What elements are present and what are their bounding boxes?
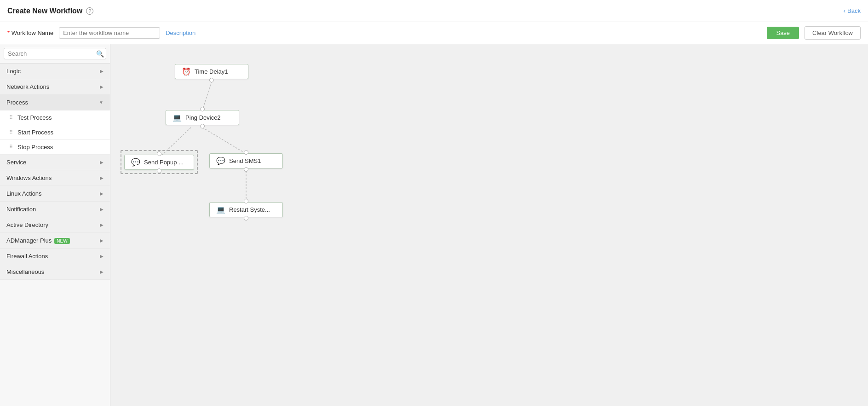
svg-line-1 [161,128,191,156]
sidebar-arrow-notification: ▶ [100,207,103,212]
restart-icon: 💻 [216,205,225,214]
save-button[interactable]: Save [767,27,799,39]
sidebar-item-logic[interactable]: Logic▶ [0,64,110,79]
sidebar-item-firewall-actions[interactable]: Firewall Actions▶ [0,249,110,264]
sidebar-subitems-process: ⠿Test Process⠿Start Process⠿Stop Process [0,110,110,155]
connector-bottom[interactable] [244,167,248,172]
sidebar-subitem-test-process[interactable]: ⠿Test Process [0,110,110,125]
popup-icon: 💬 [131,158,140,167]
sidebar-arrow-firewall-actions: ▶ [100,254,103,259]
sidebar-item-label-admanager-plus: ADManager PlusNEW [6,237,70,244]
sidebar-item-label-active-directory: Active Directory [6,221,48,228]
sidebar-arrow-network-actions: ▶ [100,84,103,89]
drag-handle-icon: ⠿ [9,129,13,135]
canvas-inner: ⏰ Time Delay1 💻 Ping Device2 💬 Send Popu… [110,44,662,406]
sidebar-item-admanager-plus[interactable]: ADManager PlusNEW▶ [0,233,110,249]
workflow-name-label: * Workflow Name [7,29,53,36]
sidebar-item-active-directory[interactable]: Active Directory▶ [0,217,110,233]
header-right: ‹ Back [844,7,861,14]
sidebar-item-label-logic: Logic [6,68,21,75]
node-send-sms[interactable]: 💬 Send SMS1 [209,153,283,168]
description-link[interactable]: Description [166,29,195,36]
monitor-icon: 💻 [172,113,182,122]
connector-bottom[interactable] [200,124,205,128]
main-layout: 🔍 Logic▶Network Actions▶Process▼⠿Test Pr… [0,44,868,406]
node-label: Send SMS1 [229,157,261,164]
back-button[interactable]: ‹ Back [844,7,861,14]
back-chevron-icon: ‹ [844,7,845,14]
drag-handle-icon: ⠿ [9,144,13,150]
sms-icon: 💬 [216,157,225,165]
clock-icon: ⏰ [182,67,191,76]
sidebar-items-container: Logic▶Network Actions▶Process▼⠿Test Proc… [0,64,110,280]
clear-workflow-button[interactable]: Clear Workflow [805,26,861,40]
sidebar-item-service[interactable]: Service▶ [0,155,110,170]
sidebar-arrow-active-directory: ▶ [100,222,103,227]
page-title: Create New Workflow [7,7,82,15]
connector-bottom[interactable] [209,78,214,82]
node-label: Ping Device2 [185,114,221,121]
search-box: 🔍 [0,44,110,64]
connector-bottom[interactable] [157,168,161,173]
search-icon: 🔍 [96,50,104,58]
sidebar-arrow-logic: ▶ [100,69,103,74]
sidebar-item-label-notification: Notification [6,206,36,213]
sidebar-item-label-miscellaneous: Miscellaneous [6,268,44,275]
workflow-canvas[interactable]: ⏰ Time Delay1 💻 Ping Device2 💬 Send Popu… [110,44,868,406]
drag-handle-icon: ⠿ [9,115,13,121]
sidebar-subitem-stop-process[interactable]: ⠿Stop Process [0,140,110,155]
sidebar-item-process[interactable]: Process▼ [0,95,110,110]
connector-lines [110,44,662,406]
header: Create New Workflow ? ‹ Back [0,0,868,22]
sidebar-item-notification[interactable]: Notification▶ [0,202,110,217]
sidebar-arrow-service: ▶ [100,160,103,165]
sidebar: 🔍 Logic▶Network Actions▶Process▼⠿Test Pr… [0,44,110,406]
connector-top[interactable] [157,151,161,156]
header-left: Create New Workflow ? [7,7,93,15]
sidebar-item-windows-actions[interactable]: Windows Actions▶ [0,170,110,186]
sidebar-arrow-miscellaneous: ▶ [100,269,103,274]
subitem-label: Stop Process [17,144,53,151]
connector-top[interactable] [244,199,248,203]
node-restart-system[interactable]: 💻 Restart Syste... [209,202,283,217]
connector-top[interactable] [244,150,248,155]
node-time-delay[interactable]: ⏰ Time Delay1 [175,64,248,79]
connector-bottom[interactable] [244,216,248,220]
workflow-bar: * Workflow Name Description Save Clear W… [0,22,868,44]
workflow-name-input[interactable] [59,27,160,39]
sidebar-item-network-actions[interactable]: Network Actions▶ [0,79,110,95]
node-ping-device[interactable]: 💻 Ping Device2 [166,110,239,125]
search-input[interactable] [4,48,106,59]
sidebar-arrow-linux-actions: ▶ [100,191,103,196]
subitem-label: Start Process [17,129,53,136]
sidebar-item-label-linux-actions: Linux Actions [6,190,42,197]
sidebar-item-miscellaneous[interactable]: Miscellaneous▶ [0,264,110,280]
node-send-popup[interactable]: 💬 Send Popup ... [124,155,194,170]
svg-line-0 [202,81,212,110]
sidebar-item-label-process: Process [6,99,28,106]
sidebar-item-label-firewall-actions: Firewall Actions [6,253,48,260]
sidebar-arrow-admanager-plus: ▶ [100,238,103,243]
sidebar-item-label-network-actions: Network Actions [6,83,49,90]
subitem-label: Test Process [17,114,52,121]
node-label: Time Delay1 [195,68,228,75]
back-label: Back [847,7,861,14]
new-badge: NEW [54,238,69,244]
sidebar-item-label-service: Service [6,159,26,166]
sidebar-arrow-process: ▼ [99,100,103,105]
sidebar-item-label-windows-actions: Windows Actions [6,174,52,181]
node-label: Send Popup ... [144,159,184,166]
sidebar-arrow-windows-actions: ▶ [100,175,103,180]
connector-top[interactable] [200,107,205,111]
svg-line-2 [202,128,246,154]
sidebar-item-linux-actions[interactable]: Linux Actions▶ [0,186,110,202]
sidebar-subitem-start-process[interactable]: ⠿Start Process [0,125,110,140]
node-label: Restart Syste... [229,206,270,213]
help-icon[interactable]: ? [86,7,93,15]
